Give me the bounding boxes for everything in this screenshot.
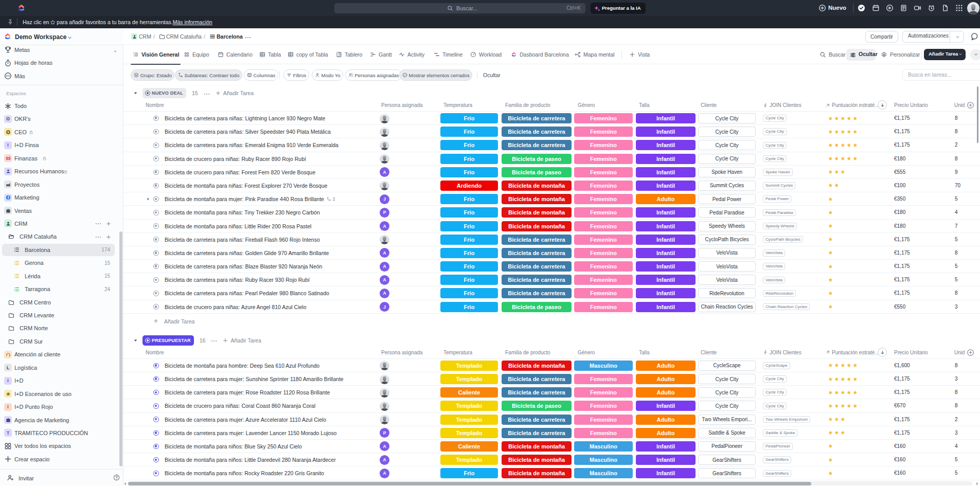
unit-price-cell[interactable]: €1,175 <box>894 376 910 382</box>
client-cell[interactable]: VeloVista <box>698 275 756 285</box>
units-cell[interactable]: 8 <box>955 129 958 134</box>
task-search-input[interactable]: Busca en tareas... <box>902 69 980 81</box>
sidebar-item-proyectos[interactable]: Proyectos <box>0 178 123 191</box>
star-icon[interactable] <box>834 377 840 382</box>
my-tasks-icon[interactable] <box>858 4 865 12</box>
star-icon[interactable] <box>828 156 833 161</box>
temperature-pill[interactable]: Caliente <box>440 387 498 398</box>
score-stars[interactable] <box>828 444 833 449</box>
task-status-icon[interactable] <box>153 363 159 369</box>
units-cell[interactable]: 5 <box>955 457 958 462</box>
task-status-icon[interactable] <box>153 403 159 409</box>
hide-button[interactable]: Ocultar <box>846 49 876 61</box>
tab-copy-of-tabla[interactable]: copy of Tabla <box>288 45 328 64</box>
sidebar-item-gerona[interactable]: Gerona15 <box>0 257 123 269</box>
breadcrumb-crm[interactable]: CRM <box>139 33 151 40</box>
col-assignee[interactable]: Persona asignada <box>381 350 423 355</box>
size-pill[interactable]: Adulto <box>636 387 696 398</box>
unit-price-cell[interactable]: €670 <box>894 403 905 408</box>
star-icon[interactable] <box>834 430 840 436</box>
task-name[interactable]: Bicicleta de carretera para niñas: Blaze… <box>165 263 322 269</box>
tab-timeline[interactable]: Timeline <box>434 45 462 64</box>
sidebar-item-okr-s[interactable]: OOKR's <box>0 113 123 125</box>
assignee-avatar[interactable]: A <box>380 455 389 465</box>
units-cell[interactable]: 8 <box>955 250 958 256</box>
unit-price-cell[interactable]: €1,175 <box>894 142 910 148</box>
join-client-tag[interactable]: VeloVista <box>763 277 785 284</box>
units-cell[interactable]: 7 <box>955 223 958 229</box>
score-stars[interactable] <box>828 363 858 368</box>
family-pill[interactable]: Bicicleta de carretera <box>502 235 572 245</box>
sidebar-item-i-d-finsa[interactable]: II+D Finsa <box>0 139 123 152</box>
star-icon[interactable] <box>841 156 846 161</box>
task-name[interactable]: Bicicleta de carretera para mujer: Laven… <box>165 430 336 436</box>
units-cell[interactable]: 5 <box>955 263 958 269</box>
workspace-switcher[interactable]: Demo Workspace <box>0 28 123 45</box>
col-name[interactable]: Nombre <box>146 350 164 355</box>
star-icon[interactable] <box>847 130 852 135</box>
star-icon[interactable] <box>853 390 858 395</box>
table-row[interactable]: Bicicleta de crucero para niñas: Azure A… <box>123 300 980 314</box>
join-client-tag[interactable]: Cycle City <box>763 403 787 410</box>
star-icon[interactable] <box>841 130 846 135</box>
score-stars[interactable] <box>828 417 846 422</box>
star-icon[interactable] <box>828 210 833 215</box>
unit-price-cell[interactable]: €1,175 <box>894 430 910 436</box>
unit-price-cell[interactable]: €1,600 <box>894 363 910 368</box>
task-name[interactable]: Bicicleta de carretera para niñas: Light… <box>165 115 325 121</box>
task-status-icon[interactable] <box>153 129 159 135</box>
assignee-avatar[interactable] <box>380 127 389 137</box>
temperature-pill[interactable]: Frio <box>440 235 498 245</box>
task-status-icon[interactable] <box>153 183 159 189</box>
star-icon[interactable] <box>841 417 846 422</box>
units-cell[interactable]: 9 <box>955 169 958 175</box>
unit-price-cell[interactable]: €180 <box>894 223 905 229</box>
temperature-pill[interactable]: Frio <box>440 248 498 258</box>
task-status-icon[interactable] <box>153 444 159 449</box>
join-client-tag[interactable]: Cycle City <box>763 389 787 396</box>
col-units[interactable]: Unidades <box>954 102 965 108</box>
sidebar-item-tarragona[interactable]: Tarragona24 <box>0 282 123 295</box>
units-cell[interactable]: 4 <box>955 209 958 215</box>
tab-tablero[interactable]: Tablero <box>336 45 362 64</box>
size-pill[interactable]: Infantil <box>636 302 696 312</box>
sidebar-item-i-d[interactable]: II+D <box>0 374 123 387</box>
sidebar-item-tramiteco-producci-n[interactable]: TTRAMITECO PRODUCCIÓN <box>0 426 123 439</box>
task-status-icon[interactable] <box>153 430 159 436</box>
temperature-pill[interactable]: Frio <box>440 288 498 298</box>
family-pill[interactable]: Bicicleta de paseo <box>502 401 572 411</box>
col-units[interactable]: Unidades <box>954 350 965 355</box>
gender-pill[interactable]: Femenino <box>574 194 633 204</box>
table-row[interactable]: Bicicleta de montaña para niños: Rocky R… <box>123 466 980 480</box>
score-stars[interactable] <box>828 250 833 256</box>
breadcrumb-folder[interactable]: CRM Cataluña <box>166 33 202 40</box>
col-gender[interactable]: Género <box>578 350 595 355</box>
unit-price-cell[interactable]: €350 <box>894 196 905 202</box>
share-button[interactable]: Compartir <box>865 31 898 43</box>
col-unit-price[interactable]: Precio Unitario <box>894 350 928 355</box>
star-icon[interactable] <box>841 363 846 368</box>
gender-pill[interactable]: Femenino <box>574 288 633 298</box>
client-cell[interactable]: Saddle & Spoke <box>698 428 756 438</box>
score-stars[interactable] <box>828 170 846 175</box>
family-pill[interactable]: Bicicleta de carretera <box>502 387 572 398</box>
score-stars[interactable] <box>828 471 833 476</box>
star-icon[interactable] <box>847 363 852 368</box>
assignee-avatar[interactable] <box>380 361 389 370</box>
gender-pill[interactable]: Femenino <box>574 387 633 398</box>
size-pill[interactable]: Adulto <box>636 428 696 438</box>
star-icon[interactable] <box>834 156 840 161</box>
table-row[interactable]: Bicicleta de carretera para mujer: Rose … <box>123 386 980 399</box>
temperature-pill[interactable]: Ardiendo <box>440 181 498 191</box>
star-icon[interactable] <box>853 116 858 121</box>
task-status-icon[interactable] <box>153 156 159 161</box>
table-row[interactable]: Bicicleta de carretera para niñas: Blaze… <box>123 260 980 273</box>
temperature-pill[interactable]: Frio <box>440 140 498 150</box>
temperature-pill[interactable]: Frio <box>440 113 498 123</box>
automations-button[interactable]: Automatizaciones <box>902 31 964 43</box>
assignee-avatar[interactable]: A <box>380 275 389 285</box>
join-client-tag[interactable]: Pedal Power <box>763 195 791 203</box>
score-stars[interactable] <box>828 404 858 409</box>
task-name[interactable]: Bicicleta de crucero para niñas: Coral C… <box>165 403 315 409</box>
client-cell[interactable]: Cycle City <box>698 374 756 384</box>
